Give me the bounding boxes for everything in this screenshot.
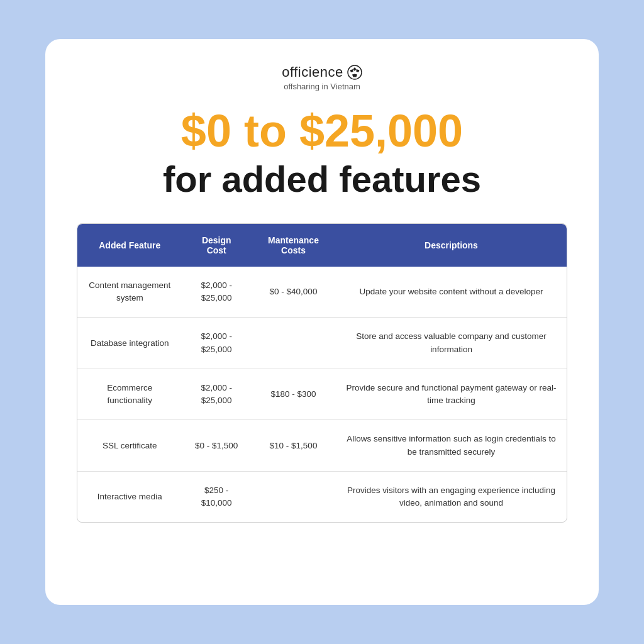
headline-price: $0 to $25,000 <box>181 106 463 156</box>
table-cell-1-0: Database integration <box>77 318 182 369</box>
table-cell-2-3: Provide secure and functional payment ga… <box>336 369 567 420</box>
col-header-description: Descriptions <box>336 224 567 267</box>
table-cell-4-0: Interactive media <box>77 471 182 522</box>
headline-subtitle: for added features <box>163 158 481 201</box>
table-row: Interactive media$250 - $10,000Provides … <box>77 471 567 522</box>
pricing-table-wrapper: Added Feature Design Cost Mantenance Cos… <box>77 223 567 523</box>
logo-area: officience offsharing in Vietnam <box>282 64 362 91</box>
table-cell-4-2 <box>251 471 336 522</box>
table-cell-1-3: Store and access valuable company and cu… <box>336 318 567 369</box>
table-row: Ecommerce functionality$2,000 - $25,000$… <box>77 369 567 420</box>
table-cell-2-2: $180 - $300 <box>251 369 336 420</box>
table-header-row: Added Feature Design Cost Mantenance Cos… <box>77 224 567 267</box>
col-header-feature: Added Feature <box>77 224 182 267</box>
table-row: Database integration$2,000 - $25,000Stor… <box>77 318 567 369</box>
col-header-maintenance: Mantenance Costs <box>251 224 336 267</box>
svg-marker-3 <box>350 69 353 72</box>
table-row: SSL certificate$0 - $1,500$10 - $1,500Al… <box>77 420 567 472</box>
main-card: officience offsharing in Vietnam $0 to $… <box>45 39 599 605</box>
soccer-ball-icon <box>347 65 362 80</box>
table-cell-3-1: $0 - $1,500 <box>182 420 251 472</box>
col-header-design: Design Cost <box>182 224 251 267</box>
table-cell-0-3: Update your website content without a de… <box>336 267 567 318</box>
table-cell-0-2: $0 - $40,000 <box>251 267 336 318</box>
svg-marker-2 <box>356 69 359 72</box>
svg-marker-5 <box>352 74 357 77</box>
logo-text: officience <box>282 64 343 80</box>
table-cell-4-1: $250 - $10,000 <box>182 471 251 522</box>
table-cell-3-2: $10 - $1,500 <box>251 420 336 472</box>
svg-marker-1 <box>353 67 356 71</box>
table-cell-1-2 <box>251 318 336 369</box>
table-cell-3-0: SSL certificate <box>77 420 182 472</box>
table-cell-2-0: Ecommerce functionality <box>77 369 182 420</box>
table-cell-3-3: Allows sensitive information such as log… <box>336 420 567 472</box>
table-cell-0-1: $2,000 - $25,000 <box>182 267 251 318</box>
pricing-table: Added Feature Design Cost Mantenance Cos… <box>77 224 567 523</box>
table-cell-1-1: $2,000 - $25,000 <box>182 318 251 369</box>
logo-subtitle: offsharing in Vietnam <box>284 82 360 91</box>
table-cell-4-3: Provides visitors with an engaging exper… <box>336 471 567 522</box>
logo-row: officience <box>282 64 362 80</box>
table-row: Content management system$2,000 - $25,00… <box>77 267 567 318</box>
table-cell-0-0: Content management system <box>77 267 182 318</box>
table-cell-2-1: $2,000 - $25,000 <box>182 369 251 420</box>
